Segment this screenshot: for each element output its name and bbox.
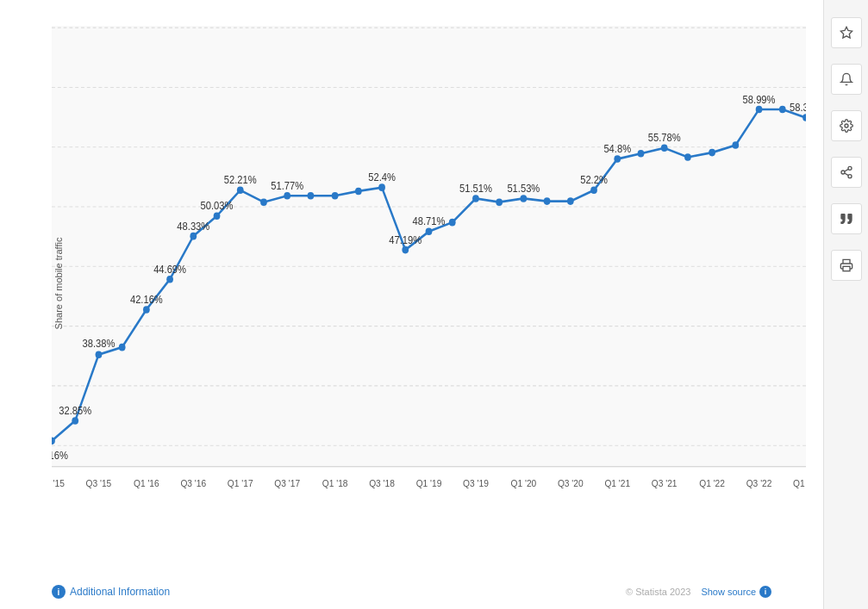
svg-text:51.53%: 51.53% (507, 182, 540, 194)
svg-text:Q1 '23: Q1 '23 (793, 478, 806, 489)
main-container: Share of mobile traffic 30% (0, 0, 868, 609)
svg-text:58.33%: 58.33% (790, 102, 806, 114)
svg-text:48.33%: 48.33% (177, 220, 209, 232)
svg-text:52.2%: 52.2% (580, 174, 608, 186)
svg-text:Q1 '19: Q1 '19 (416, 478, 442, 489)
svg-text:38.38%: 38.38% (83, 338, 116, 350)
show-source-button[interactable]: Show source i (701, 586, 771, 598)
svg-text:Q3 '19: Q3 '19 (463, 478, 489, 489)
svg-text:Q1 '21: Q1 '21 (604, 478, 630, 489)
footer: i Additional Information © Statista 2023… (52, 585, 771, 599)
svg-text:32.85%: 32.85% (59, 404, 91, 416)
svg-text:Q1 '18: Q1 '18 (322, 478, 348, 489)
svg-text:Q1 '20: Q1 '20 (510, 478, 536, 489)
svg-text:42.16%: 42.16% (130, 293, 163, 305)
data-point (426, 228, 433, 236)
svg-point-56 (848, 166, 852, 170)
svg-text:Q1 '16: Q1 '16 (134, 478, 159, 489)
data-point (284, 192, 290, 200)
data-point (544, 197, 551, 205)
data-point (402, 246, 409, 254)
svg-text:52.21%: 52.21% (224, 174, 257, 186)
svg-text:Q1 '17: Q1 '17 (228, 478, 253, 489)
data-point (732, 141, 739, 149)
svg-text:Q3 '18: Q3 '18 (369, 478, 395, 489)
svg-text:44.69%: 44.69% (153, 263, 186, 275)
sidebar (823, 0, 868, 609)
data-point (214, 212, 221, 220)
print-button[interactable] (831, 250, 862, 281)
data-point (332, 192, 339, 200)
notification-button[interactable] (831, 64, 862, 95)
data-point (520, 195, 527, 202)
svg-point-57 (841, 171, 845, 174)
data-point (308, 192, 315, 200)
data-point (449, 219, 456, 227)
svg-text:58.99%: 58.99% (743, 93, 776, 105)
svg-rect-61 (843, 266, 850, 270)
data-point (709, 149, 715, 157)
data-point (661, 145, 668, 152)
additional-info-button[interactable]: i Additional Information (52, 585, 170, 599)
data-point (779, 106, 786, 114)
svg-text:Q1 '22: Q1 '22 (699, 478, 725, 489)
svg-text:31.16%: 31.16% (52, 450, 68, 462)
svg-text:Q3 '21: Q3 '21 (652, 478, 678, 489)
data-point (638, 150, 645, 158)
data-point (614, 155, 621, 163)
svg-point-58 (848, 175, 852, 178)
svg-text:Q3 '22: Q3 '22 (746, 478, 772, 489)
svg-marker-54 (840, 27, 852, 38)
source-info-icon: i (759, 586, 771, 598)
chart-area: Share of mobile traffic 30% (0, 0, 823, 609)
svg-text:50.03%: 50.03% (201, 200, 234, 212)
bookmark-button[interactable] (831, 17, 862, 48)
settings-button[interactable] (831, 110, 862, 141)
svg-text:Q3 '20: Q3 '20 (558, 478, 584, 489)
data-point (496, 198, 503, 206)
chart-svg: 30% 35% 40% 45% 50% 55% 60% 65% (52, 26, 806, 540)
data-point (237, 187, 244, 195)
footer-right: © Statista 2023 Show source i (626, 586, 771, 598)
data-point (260, 198, 267, 206)
data-point (567, 197, 574, 205)
svg-point-55 (845, 124, 848, 127)
svg-text:54.8%: 54.8% (603, 143, 631, 155)
svg-line-60 (844, 169, 848, 171)
data-point (472, 195, 479, 202)
quote-button[interactable] (831, 203, 862, 234)
show-source-label[interactable]: Show source (701, 587, 756, 597)
y-axis-label: Share of mobile traffic (53, 237, 64, 329)
svg-text:Q3 '17: Q3 '17 (274, 478, 300, 489)
additional-info-label[interactable]: Additional Information (70, 586, 170, 598)
chart-wrapper: Share of mobile traffic 30% (52, 26, 806, 540)
data-point (166, 276, 173, 283)
svg-text:Q3 '15: Q3 '15 (86, 478, 112, 489)
svg-text:48.71%: 48.71% (413, 215, 446, 227)
svg-text:51.77%: 51.77% (271, 179, 303, 191)
data-point (756, 106, 763, 114)
svg-line-59 (844, 173, 848, 176)
data-point (590, 187, 597, 195)
data-point (96, 351, 103, 358)
data-point (355, 188, 362, 196)
svg-text:Q1 '15: Q1 '15 (52, 478, 65, 489)
svg-text:51.51%: 51.51% (459, 182, 492, 194)
svg-rect-0 (52, 26, 806, 467)
svg-text:55.78%: 55.78% (648, 132, 681, 144)
data-point (378, 183, 385, 191)
share-button[interactable] (831, 157, 862, 188)
svg-text:52.4%: 52.4% (368, 171, 396, 183)
data-point (119, 344, 126, 351)
statista-copyright: © Statista 2023 (626, 587, 690, 597)
data-point (190, 233, 197, 240)
data-point (684, 153, 691, 161)
data-point (143, 306, 150, 314)
svg-text:Q3 '16: Q3 '16 (180, 478, 206, 489)
info-icon: i (52, 585, 66, 599)
svg-text:47.19%: 47.19% (389, 233, 422, 245)
data-point (72, 417, 78, 425)
